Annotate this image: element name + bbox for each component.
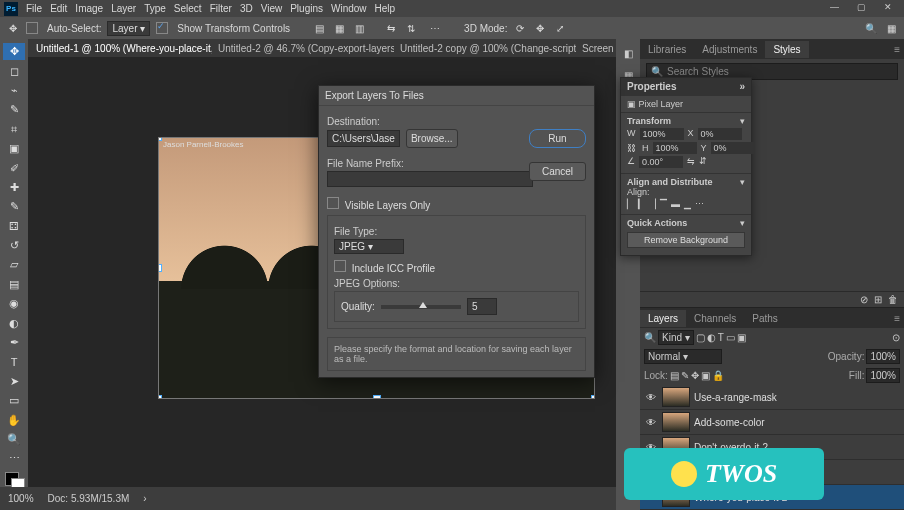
blend-mode-dropdown[interactable]: Normal ▾	[644, 349, 722, 364]
filter-toggle-icon[interactable]: ⊙	[892, 332, 900, 343]
align-top-edge-icon[interactable]: ▔	[660, 199, 667, 209]
distribute-v-icon[interactable]: ⇅	[404, 21, 418, 35]
eyedropper-tool[interactable]: ✐	[3, 159, 25, 176]
layer-row[interactable]: 👁 Add-some-color	[640, 410, 904, 435]
tab-channels[interactable]: Channels	[686, 310, 744, 327]
panel-menu-icon[interactable]: ≡	[886, 310, 904, 327]
tab-libraries[interactable]: Libraries	[640, 41, 694, 58]
align-more-icon[interactable]: ⋯	[695, 199, 704, 209]
pen-tool[interactable]: ✒	[3, 334, 25, 351]
fill-field[interactable]: 100%	[866, 368, 900, 383]
healing-tool[interactable]: ✚	[3, 179, 25, 196]
zoom-level[interactable]: 100%	[8, 493, 34, 504]
transform-handle-br[interactable]	[591, 395, 595, 399]
filter-type-icon[interactable]: 🔍	[644, 332, 656, 343]
window-min-icon[interactable]: —	[830, 2, 839, 12]
lock-artboard-icon[interactable]: ▣	[701, 370, 710, 381]
height-field[interactable]: 100%	[653, 142, 697, 154]
filter-smart-icon[interactable]: ▣	[737, 332, 746, 343]
lock-position-icon[interactable]: ✥	[691, 370, 699, 381]
shape-tool[interactable]: ▭	[3, 392, 25, 409]
chevron-down-icon[interactable]: ▾	[740, 116, 745, 126]
x-field[interactable]: 0%	[698, 128, 742, 140]
type-tool[interactable]: T	[3, 353, 25, 370]
zoom-tool[interactable]: 🔍	[3, 431, 25, 448]
window-close-icon[interactable]: ✕	[884, 2, 892, 12]
delete-style-icon[interactable]: 🗑	[888, 294, 898, 305]
menu-layer[interactable]: Layer	[111, 3, 136, 14]
dolly-3d-icon[interactable]: ⤢	[553, 21, 567, 35]
menu-window[interactable]: Window	[331, 3, 367, 14]
filter-pixel-icon[interactable]: ▢	[696, 332, 705, 343]
tab-paths[interactable]: Paths	[744, 310, 786, 327]
history-brush-tool[interactable]: ↺	[3, 237, 25, 254]
panel-menu-icon[interactable]: ≡	[886, 41, 904, 58]
link-wh-icon[interactable]: ⛓	[627, 143, 636, 153]
filetype-dropdown[interactable]: JPEG ▾	[334, 239, 404, 254]
hand-tool[interactable]: ✋	[3, 411, 25, 428]
path-select-tool[interactable]: ➤	[3, 373, 25, 390]
run-button[interactable]: Run	[529, 129, 586, 148]
color-panel-icon[interactable]: ◧	[618, 43, 638, 63]
opacity-field[interactable]: 100%	[866, 349, 900, 364]
visibility-eye-icon[interactable]: 👁	[644, 417, 658, 428]
quick-select-tool[interactable]: ✎	[3, 101, 25, 118]
blur-tool[interactable]: ◉	[3, 295, 25, 312]
auto-select-checkbox[interactable]	[26, 22, 38, 34]
align-left-edge-icon[interactable]: ▏	[627, 199, 634, 209]
menu-edit[interactable]: Edit	[50, 3, 67, 14]
flip-v-icon[interactable]: ⇵	[699, 156, 707, 168]
cancel-button[interactable]: Cancel	[529, 162, 586, 181]
dodge-tool[interactable]: ◐	[3, 314, 25, 331]
lock-all-icon[interactable]: 🔒	[712, 370, 724, 381]
align-right-edge-icon[interactable]: ▕	[649, 199, 656, 209]
new-style-icon[interactable]: ⊞	[874, 294, 882, 305]
flip-h-icon[interactable]: ⇋	[687, 156, 695, 168]
tab-layers[interactable]: Layers	[640, 310, 686, 327]
transform-handle-tl[interactable]	[158, 137, 162, 141]
filter-adj-icon[interactable]: ◐	[707, 332, 716, 343]
prefix-field[interactable]	[327, 171, 533, 187]
distribute-h-icon[interactable]: ⇆	[384, 21, 398, 35]
menu-help[interactable]: Help	[375, 3, 396, 14]
chevron-down-icon[interactable]: ▾	[740, 177, 745, 187]
align-left-icon[interactable]: ▤	[312, 21, 326, 35]
stamp-tool[interactable]: ⚃	[3, 218, 25, 235]
move-tool[interactable]: ✥	[3, 43, 25, 60]
layer-filter-dropdown[interactable]: Kind ▾	[658, 330, 694, 345]
menu-3d[interactable]: 3D	[240, 3, 253, 14]
crop-tool[interactable]: ⌗	[3, 121, 25, 138]
workspace-icon[interactable]: ▦	[884, 21, 898, 35]
visibility-eye-icon[interactable]: 👁	[644, 392, 658, 403]
transform-handle-ml[interactable]	[158, 264, 162, 272]
browse-button[interactable]: Browse...	[406, 129, 458, 148]
menu-view[interactable]: View	[261, 3, 283, 14]
visible-only-checkbox[interactable]	[327, 197, 339, 209]
transform-handle-bc[interactable]	[373, 395, 381, 399]
menu-plugins[interactable]: Plugins	[290, 3, 323, 14]
tab-styles[interactable]: Styles	[765, 41, 808, 58]
include-icc-checkbox[interactable]	[334, 260, 346, 272]
y-field[interactable]: 0%	[711, 142, 755, 154]
edit-toolbar-icon[interactable]: ⋯	[3, 450, 25, 467]
remove-background-button[interactable]: Remove Background	[627, 232, 745, 248]
doc-tab-1[interactable]: Untitled-1 @ 100% (Where-you-place-it, R…	[30, 41, 212, 56]
window-restore-icon[interactable]: ▢	[857, 2, 866, 12]
chevron-down-icon[interactable]: ▾	[740, 218, 745, 228]
layer-row[interactable]: 👁 Use-a-range-mask	[640, 385, 904, 410]
align-bottom-edge-icon[interactable]: ▁	[684, 199, 691, 209]
quality-slider[interactable]	[381, 305, 461, 309]
doc-tab-3[interactable]: Untitled-2 copy @ 100% (Change-script-fi…	[394, 41, 576, 56]
width-field[interactable]: 100%	[640, 128, 684, 140]
transform-handle-bl[interactable]	[158, 395, 162, 399]
angle-field[interactable]: 0.00°	[639, 156, 683, 168]
marquee-tool[interactable]: ◻	[3, 62, 25, 79]
destination-field[interactable]: C:\Users\Jase	[327, 130, 400, 147]
menu-image[interactable]: Image	[75, 3, 103, 14]
menu-filter[interactable]: Filter	[210, 3, 232, 14]
align-right-icon[interactable]: ▥	[352, 21, 366, 35]
gradient-tool[interactable]: ▤	[3, 276, 25, 293]
lasso-tool[interactable]: ⌁	[3, 82, 25, 99]
eraser-tool[interactable]: ▱	[3, 256, 25, 273]
tab-adjustments[interactable]: Adjustments	[694, 41, 765, 58]
